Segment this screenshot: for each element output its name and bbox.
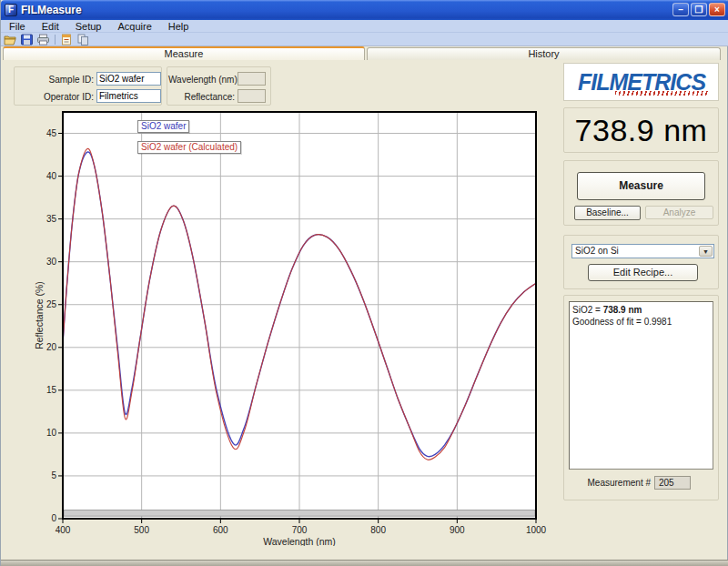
svg-text:30: 30	[46, 257, 57, 267]
svg-text:5: 5	[51, 470, 56, 480]
tab-measure[interactable]: Measure	[3, 46, 365, 60]
window-title: FILMeasure	[21, 4, 82, 16]
menu-file[interactable]: File	[1, 20, 34, 33]
svg-text:45: 45	[46, 128, 57, 138]
toolbar-separator	[55, 35, 56, 45]
operator-id-label: Operator ID:	[17, 92, 94, 102]
sample-id-input[interactable]	[96, 72, 161, 86]
recipe-dropdown[interactable]: SiO2 on Si ▼	[571, 244, 714, 258]
svg-text:25: 25	[46, 299, 57, 309]
svg-text:400: 400	[56, 525, 71, 535]
save-icon[interactable]	[20, 34, 34, 45]
svg-text:0: 0	[51, 513, 56, 523]
legend-calculated: SiO2 wafer (Calculated)	[137, 141, 241, 154]
document-icon[interactable]	[60, 34, 74, 45]
svg-text:40: 40	[46, 171, 57, 181]
spectrum-plot[interactable]: 4005006007008009001000051015202530354045…	[33, 109, 547, 546]
title-bar[interactable]: F FILMeasure – ❐ ×	[1, 0, 728, 20]
baseline-button[interactable]: Baseline...	[574, 206, 641, 220]
measurement-number-field: 205	[654, 476, 691, 490]
svg-text:1000: 1000	[526, 525, 547, 535]
menu-help[interactable]: Help	[160, 20, 197, 33]
menu-setup[interactable]: Setup	[67, 20, 110, 33]
reflectance-label: Reflectance:	[168, 92, 235, 102]
menu-acquire[interactable]: Acquire	[109, 20, 159, 33]
filmeasure-window: F FILMeasure – ❐ × File Edit Setup Acqui…	[0, 0, 728, 566]
menu-edit[interactable]: Edit	[34, 20, 67, 33]
svg-text:10: 10	[46, 428, 57, 438]
toolbar	[1, 33, 728, 46]
recipe-groupbox	[563, 235, 719, 289]
analyze-button: Analyze	[645, 206, 713, 219]
result-gof-line: Goodness of fit = 0.9981	[572, 316, 710, 328]
thickness-readout: 738.9 nm	[563, 107, 719, 153]
app-icon: F	[5, 4, 17, 16]
operator-id-input[interactable]	[96, 89, 161, 103]
measure-button[interactable]: Measure	[577, 172, 705, 200]
tab-history[interactable]: History	[367, 47, 721, 60]
svg-text:900: 900	[450, 525, 465, 535]
result-thickness-value: 738.9 nm	[603, 305, 642, 315]
reflectance-value-field	[238, 89, 266, 103]
svg-text:Reflectance (%): Reflectance (%)	[34, 281, 45, 349]
sample-id-label: Sample ID:	[17, 75, 94, 85]
svg-text:800: 800	[370, 525, 386, 535]
wavelength-label: Wavelength (nm):	[168, 75, 235, 85]
spectrum-chart[interactable]: 4005006007008009001000051015202530354045…	[33, 109, 547, 546]
recipe-selected-value: SiO2 on Si	[575, 246, 619, 256]
filmetrics-logo-hatch	[615, 91, 709, 96]
print-icon[interactable]	[36, 34, 50, 45]
svg-text:20: 20	[46, 342, 57, 352]
edit-recipe-button[interactable]: Edit Recipe...	[588, 264, 698, 281]
menu-bar: File Edit Setup Acquire Help	[1, 20, 728, 33]
svg-text:600: 600	[213, 525, 228, 535]
measurement-number-label: Measurement #	[576, 478, 651, 488]
wavelength-value-field	[238, 72, 266, 86]
svg-text:700: 700	[292, 525, 308, 535]
minimize-button[interactable]: –	[672, 3, 689, 16]
result-thickness-line: SiO2 = 738.9 nm	[572, 304, 710, 316]
svg-text:500: 500	[134, 525, 149, 535]
open-icon[interactable]	[4, 34, 17, 45]
results-listbox[interactable]: SiO2 = 738.9 nm Goodness of fit = 0.9981	[569, 301, 713, 470]
svg-text:Wavelength (nm): Wavelength (nm)	[263, 536, 336, 546]
window-bottom-edge	[1, 560, 728, 566]
close-button[interactable]: ×	[709, 3, 725, 16]
chevron-down-icon[interactable]: ▼	[699, 246, 713, 257]
svg-text:15: 15	[46, 385, 57, 395]
copy-icon[interactable]	[76, 34, 90, 45]
restore-button[interactable]: ❐	[691, 3, 707, 16]
svg-text:35: 35	[46, 214, 57, 224]
filmetrics-logo: FILMETRICS	[563, 63, 719, 101]
legend-measured: SiO2 wafer	[137, 120, 189, 133]
